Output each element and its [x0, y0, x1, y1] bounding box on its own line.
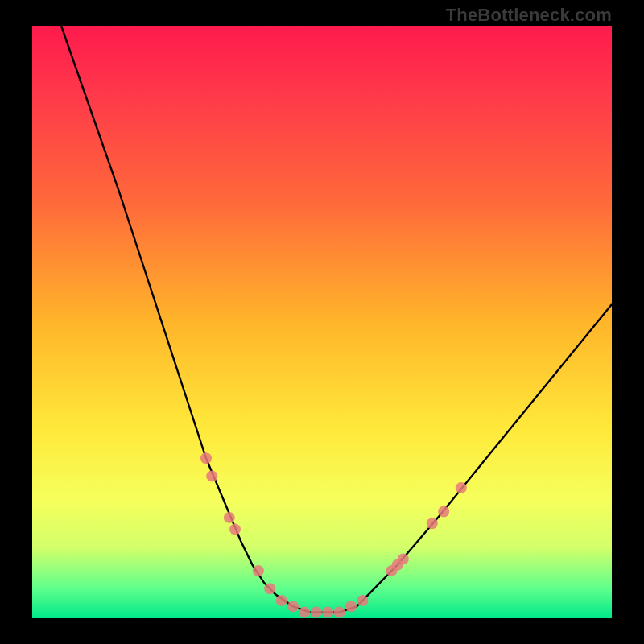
curve-marker	[311, 607, 322, 618]
curve-marker	[253, 565, 264, 576]
curve-marker	[287, 601, 299, 612]
plot-area	[32, 26, 612, 618]
curve-marker	[398, 553, 409, 564]
curve-layer	[32, 26, 612, 618]
curve-marker	[276, 595, 287, 606]
curve-marker	[427, 518, 438, 529]
curve-marker	[456, 482, 467, 493]
curve-marker	[299, 607, 310, 618]
curve-marker	[200, 452, 212, 464]
curve-marker	[206, 470, 217, 481]
curve-marker	[224, 512, 235, 523]
curve-marker	[322, 607, 333, 618]
chart-frame: TheBottleneck.com	[0, 0, 644, 644]
marker-group	[200, 452, 467, 617]
curve-marker	[264, 583, 275, 594]
curve-marker	[229, 524, 241, 535]
watermark-text: TheBottleneck.com	[446, 5, 612, 26]
curve-marker	[357, 595, 368, 606]
bottleneck-curve	[61, 26, 612, 613]
curve-marker	[345, 601, 357, 612]
curve-marker	[334, 607, 345, 618]
curve-marker	[438, 506, 449, 518]
